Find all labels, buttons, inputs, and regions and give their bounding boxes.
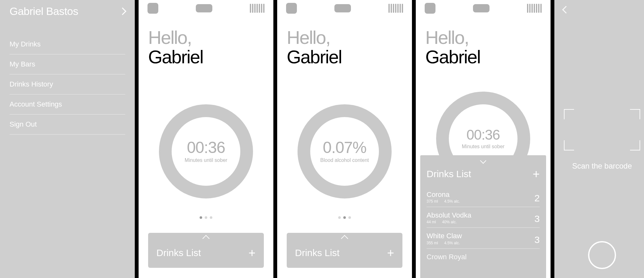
page-dot-2[interactable] (343, 216, 346, 219)
drink-row-absolut[interactable]: Absolut Vodka 44 ml 40% alc. 3 (427, 207, 540, 228)
page-dot-2[interactable] (205, 216, 207, 219)
scan-prompt: Scan the barcode (554, 162, 644, 170)
bac-value: 0.07% (323, 140, 367, 156)
status-left-icon (425, 3, 435, 14)
page-dot-3[interactable] (348, 216, 351, 219)
status-bar (277, 2, 412, 15)
scan-frame-corner (630, 109, 640, 119)
drink-count: 3 (534, 213, 540, 224)
home-screen-minutes: Hello, Gabriel 00:36 Minutes until sober… (139, 0, 273, 278)
drink-count: 2 (534, 193, 540, 204)
drink-row-corona[interactable]: Corona 375 ml 4.5% alc. 2 (427, 186, 540, 207)
drinks-list-title: Drinks List (295, 247, 339, 258)
page-dot-1[interactable] (200, 216, 202, 219)
page-dots[interactable] (338, 216, 351, 219)
home-screen-drinks-expanded: Hello, Gabriel 00:36 Minutes until sober… (416, 0, 551, 278)
drink-name: Corona (427, 191, 465, 198)
drink-alc: 40% alc. (442, 220, 457, 224)
drink-name: Crown Royal (427, 253, 467, 261)
home-screen-bac: Hello, Gabriel 0.07% Blood alcohol conte… (277, 0, 412, 278)
greeting-name: Gabriel (148, 47, 203, 67)
menu-item-account-settings[interactable]: Account Settings (10, 94, 125, 115)
menu-item-sign-out[interactable]: Sign Out (10, 115, 125, 135)
add-drink-button[interactable]: + (249, 247, 256, 259)
greeting-name: Gabriel (287, 47, 342, 67)
status-center-icon (196, 4, 212, 12)
drink-name: Absolut Vodka (427, 212, 471, 219)
drinks-list-panel-expanded[interactable]: Drinks List + Corona 375 ml 4.5% alc. 2 (420, 155, 546, 278)
greeting-hello: Hello, (287, 28, 342, 47)
sober-time-label: Minutes until sober (185, 157, 227, 163)
drink-volume: 375 ml (427, 199, 438, 204)
greeting-name: Gabriel (425, 47, 480, 67)
menu-item-my-bars[interactable]: My Bars (10, 54, 125, 74)
add-drink-button[interactable]: + (387, 247, 394, 259)
drink-volume: 44 ml (427, 220, 436, 224)
page-dot-1[interactable] (338, 216, 341, 219)
chevron-up-icon[interactable] (202, 235, 210, 242)
drinks-list-title: Drinks List (427, 169, 471, 179)
drink-alc: 4.5% alc. (444, 241, 460, 245)
scan-frame (564, 109, 640, 150)
scan-frame-corner (630, 140, 640, 150)
greeting: Hello, Gabriel (148, 28, 203, 67)
menu-item-drinks-history[interactable]: Drinks History (10, 74, 125, 94)
status-bar (139, 2, 273, 15)
sober-ring[interactable]: 00:36 Minutes until sober (159, 104, 253, 198)
sober-time-value: 00:36 (466, 128, 500, 142)
barcode-icon[interactable] (250, 4, 264, 13)
drink-alc: 4.5% alc. (444, 199, 460, 204)
status-center-icon (473, 4, 490, 12)
menu-list: My Drinks My Bars Drinks History Account… (10, 34, 125, 135)
greeting-hello: Hello, (425, 28, 480, 47)
scan-frame-corner (564, 140, 574, 150)
page-dot-3[interactable] (210, 216, 212, 219)
status-bar (416, 2, 551, 15)
add-drink-button[interactable]: + (533, 168, 540, 180)
page-dots[interactable] (200, 216, 212, 219)
barcode-icon[interactable] (388, 4, 403, 13)
status-left-icon (286, 3, 297, 14)
drink-row-whiteclaw[interactable]: White Claw 355 ml 4.5% alc. 3 (427, 228, 540, 248)
menu-item-my-drinks[interactable]: My Drinks (10, 34, 125, 54)
greeting-hello: Hello, (148, 28, 203, 47)
sober-time-value: 00:36 (187, 140, 225, 156)
bac-ring[interactable]: 0.07% Blood alcohol content (298, 104, 392, 198)
chevron-up-icon[interactable] (341, 235, 348, 242)
drink-volume: 355 ml (427, 241, 438, 245)
drinks-list-panel-collapsed[interactable]: Drinks List + (148, 233, 264, 268)
drinks-list-panel-collapsed[interactable]: Drinks List + (287, 233, 402, 268)
drinks-list-title: Drinks List (156, 247, 201, 258)
status-left-icon (147, 3, 158, 14)
scanner-screen: Scan the barcode (554, 0, 644, 278)
menu-user-name[interactable]: Gabriel Bastos (10, 5, 78, 17)
sober-time-label: Minutes until sober (462, 144, 504, 149)
chevron-right-icon[interactable] (119, 7, 126, 15)
back-button[interactable] (562, 6, 570, 13)
scan-frame-corner (564, 109, 574, 119)
bac-label: Blood alcohol content (320, 157, 369, 163)
shutter-button[interactable] (588, 241, 616, 269)
drink-name: White Claw (427, 232, 465, 240)
barcode-icon[interactable] (527, 4, 542, 13)
greeting: Hello, Gabriel (287, 28, 342, 67)
greeting: Hello, Gabriel (425, 28, 480, 67)
drink-row-crownroyal[interactable]: Crown Royal (427, 249, 540, 264)
drink-count: 3 (534, 234, 540, 245)
menu-screen: Gabriel Bastos My Drinks My Bars Drinks … (0, 0, 135, 278)
status-center-icon (334, 4, 351, 12)
